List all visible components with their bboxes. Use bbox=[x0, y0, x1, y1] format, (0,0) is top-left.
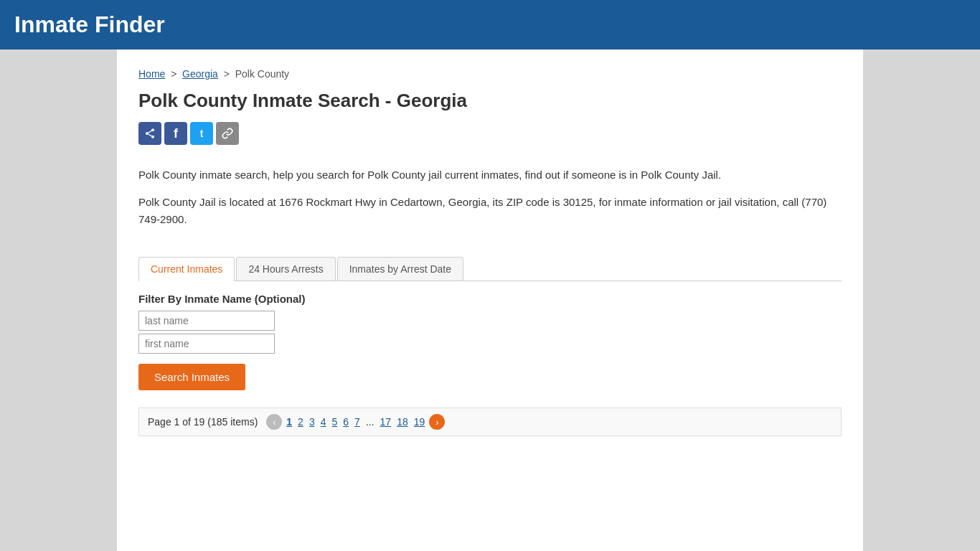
svg-point-2 bbox=[151, 136, 154, 138]
svg-line-4 bbox=[149, 131, 152, 133]
page-num-3[interactable]: 3 bbox=[308, 416, 316, 428]
page-num-2[interactable]: 2 bbox=[296, 416, 305, 428]
filter-label: Filter By Inmate Name (Optional) bbox=[138, 293, 842, 305]
breadcrumb-current: Polk County bbox=[235, 68, 289, 80]
page-num-6[interactable]: 6 bbox=[341, 416, 350, 428]
next-page-button[interactable]: › bbox=[429, 414, 445, 430]
facebook-icon: f bbox=[174, 126, 178, 141]
page-num-5[interactable]: 5 bbox=[331, 416, 339, 428]
twitter-button[interactable]: t bbox=[190, 122, 213, 145]
svg-point-1 bbox=[146, 132, 149, 135]
description-para2: Polk County Jail is located at 1676 Rock… bbox=[138, 194, 842, 228]
tabs-list: Current Inmates 24 Hours Arrests Inmates… bbox=[138, 257, 842, 281]
svg-point-0 bbox=[151, 128, 154, 131]
page-num-19[interactable]: 19 bbox=[413, 416, 427, 428]
last-name-input[interactable] bbox=[138, 311, 275, 331]
page-num-4[interactable]: 4 bbox=[319, 416, 328, 428]
description-para1: Polk County inmate search, help you sear… bbox=[138, 166, 842, 184]
twitter-icon: t bbox=[200, 128, 204, 139]
page-ellipsis: ... bbox=[364, 416, 376, 428]
pagination-bar: Page 1 of 19 (185 items) ‹ 1 2 3 4 5 6 7… bbox=[138, 408, 842, 436]
search-inmates-button[interactable]: Search Inmates bbox=[138, 364, 245, 390]
page-num-18[interactable]: 18 bbox=[395, 416, 410, 428]
breadcrumb: Home > Georgia > Polk County bbox=[138, 68, 842, 80]
social-share-bar: f t bbox=[138, 122, 842, 145]
site-header: Inmate Finder bbox=[0, 0, 980, 50]
copy-link-button[interactable] bbox=[216, 122, 239, 145]
description-section: Polk County inmate search, help you sear… bbox=[138, 166, 842, 228]
first-name-input[interactable] bbox=[138, 334, 275, 354]
tab-current-inmates[interactable]: Current Inmates bbox=[138, 257, 235, 281]
facebook-button[interactable]: f bbox=[164, 122, 187, 145]
content-wrapper: Home > Georgia > Polk County Polk County… bbox=[117, 50, 863, 551]
breadcrumb-home[interactable]: Home bbox=[138, 68, 165, 80]
site-title: Inmate Finder bbox=[14, 11, 165, 37]
page-num-7[interactable]: 7 bbox=[353, 416, 362, 428]
page-num-1[interactable]: 1 bbox=[285, 416, 293, 428]
page-num-17[interactable]: 17 bbox=[379, 416, 393, 428]
filter-section: Filter By Inmate Name (Optional) Search … bbox=[138, 281, 842, 397]
breadcrumb-georgia[interactable]: Georgia bbox=[182, 68, 218, 80]
pagination-info: Page 1 of 19 (185 items) bbox=[148, 416, 258, 428]
tabs-section: Current Inmates 24 Hours Arrests Inmates… bbox=[138, 257, 842, 281]
page-title: Polk County Inmate Search - Georgia bbox=[138, 90, 842, 112]
tab-24-hours-arrests[interactable]: 24 Hours Arrests bbox=[236, 257, 335, 281]
svg-line-3 bbox=[149, 134, 152, 136]
prev-page-button[interactable]: ‹ bbox=[266, 414, 282, 430]
tab-inmates-by-arrest-date[interactable]: Inmates by Arrest Date bbox=[337, 257, 463, 281]
share-button[interactable] bbox=[138, 122, 161, 145]
